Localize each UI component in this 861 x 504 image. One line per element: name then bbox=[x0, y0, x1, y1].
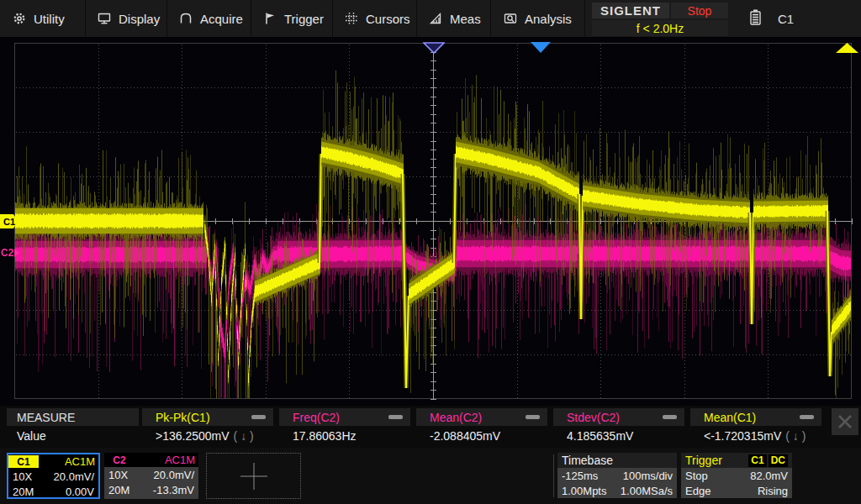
measurement-value-2: 17.86063Hz bbox=[279, 427, 410, 445]
display-icon bbox=[98, 12, 111, 26]
trigger-box[interactable]: Trigger C1 DC Stop 82.0mV Edge Rising bbox=[681, 453, 792, 499]
measurement-header-3[interactable]: Mean(C2) bbox=[416, 408, 547, 426]
measurement-label: Mean(C2) bbox=[430, 411, 482, 424]
channel2-coupling: AC1M bbox=[165, 454, 198, 466]
measurement-value-5: <-1.720315mV( ↓ ) bbox=[690, 427, 821, 445]
channel1-coupling: AC1M bbox=[65, 455, 98, 468]
measure-panel-title: MEASURE bbox=[7, 408, 139, 426]
measurement-header-1[interactable]: Pk-Pk(C1) bbox=[142, 408, 273, 426]
measurement-value-3: -2.088405mV bbox=[416, 427, 547, 445]
trigger-title: Trigger bbox=[685, 454, 722, 467]
trigger-delay-reference-marker[interactable] bbox=[423, 42, 445, 55]
menu-item-meas[interactable]: Meas bbox=[417, 0, 491, 37]
channel2-badge: C2 bbox=[104, 454, 135, 466]
oscilloscope-screen: UtilityDisplayAcquireTriggerCursorsMeasA… bbox=[0, 0, 861, 504]
measurement-label: Pk-Pk(C1) bbox=[156, 411, 210, 424]
measurement-panel: MEASURE Pk-Pk(C1)Freq(C2)Mean(C2)Stdev(C… bbox=[0, 406, 861, 448]
menu-item-label: Utility bbox=[34, 12, 65, 26]
timebase-box[interactable]: Timebase -125ms 100ms/div 1.00Mpts 1.00M… bbox=[557, 453, 677, 499]
remove-measurement-button[interactable] bbox=[800, 415, 814, 419]
remove-measurement-button[interactable] bbox=[526, 415, 540, 419]
menu-item-label: Meas bbox=[450, 12, 481, 26]
acquisition-status-badge[interactable]: Stop bbox=[671, 3, 728, 18]
status-group: SIGLENT Stop f < 2.0Hz bbox=[592, 3, 728, 36]
menu-item-label: Cursors bbox=[366, 12, 410, 26]
menu-item-utility[interactable]: Utility bbox=[0, 0, 86, 37]
measurement-value-text: 4.185635mV bbox=[567, 429, 633, 443]
timebase-title: Timebase bbox=[562, 454, 613, 467]
channel2-marker-arrow-icon bbox=[14, 249, 19, 257]
timebase-delay: -125ms bbox=[562, 470, 598, 482]
waveform-display[interactable] bbox=[0, 38, 861, 406]
menu-bar: UtilityDisplayAcquireTriggerCursorsMeasA… bbox=[0, 0, 861, 38]
channel2-position-marker[interactable]: C2 bbox=[1, 247, 19, 259]
timebase-points: 1.00Mpts bbox=[562, 485, 606, 497]
trigger-frequency-readout: f < 2.0Hz bbox=[592, 20, 728, 36]
measurement-header-5[interactable]: Mean(C1) bbox=[690, 408, 821, 426]
measurement-value-text: >136.2500mV bbox=[156, 429, 230, 443]
remove-measurement-button[interactable] bbox=[251, 415, 266, 419]
menu-item-label: Analysis bbox=[525, 12, 572, 26]
measurement-header-4[interactable]: Stdev(C2) bbox=[553, 408, 684, 426]
trigger-source-badge: C1 bbox=[748, 454, 766, 467]
trigger-slope: Rising bbox=[758, 485, 788, 497]
measurement-value-text: <-1.720315mV bbox=[704, 429, 781, 443]
menu-item-display[interactable]: Display bbox=[86, 0, 167, 37]
remove-measurement-button[interactable] bbox=[663, 415, 677, 419]
menu-item-label: Trigger bbox=[284, 12, 324, 26]
menu-item-cursors[interactable]: Cursors bbox=[333, 0, 417, 37]
status-bar: C1 AC1M 10X 20.0mV/ 20M 0.00V C2 AC1M 10… bbox=[0, 448, 861, 504]
trigger-type: Edge bbox=[685, 485, 710, 497]
measurement-label: Mean(C1) bbox=[704, 411, 756, 424]
channel1-scale: 20.0mV/ bbox=[54, 470, 94, 483]
channel1-offset: 0.00V bbox=[66, 486, 94, 498]
measurement-value-flag: ( ↓ ) bbox=[785, 429, 806, 443]
active-channel-label[interactable]: C1 bbox=[778, 12, 794, 26]
measurement-label: Freq(C2) bbox=[293, 411, 340, 424]
measure-value-row-label: Value bbox=[7, 427, 139, 445]
menu-item-trigger[interactable]: Trigger bbox=[251, 0, 333, 37]
measurement-value-1: >136.2500mV( ↓ ) bbox=[142, 427, 273, 445]
channel2-descriptor-box[interactable]: C2 AC1M 10X 20.0mV/ 20M -13.3mV bbox=[104, 453, 198, 499]
menu-item-label: Acquire bbox=[200, 12, 243, 26]
measurement-label: Stdev(C2) bbox=[567, 411, 620, 424]
measurement-value-text: -2.088405mV bbox=[430, 429, 500, 443]
battery-icon bbox=[750, 9, 761, 29]
channel2-probe: 10X bbox=[108, 469, 128, 481]
channel2-marker-label: C2 bbox=[1, 247, 13, 259]
close-measure-panel-button[interactable] bbox=[832, 408, 858, 435]
channel1-badge: C1 bbox=[8, 455, 39, 468]
close-icon bbox=[837, 413, 853, 430]
channel2-offset: -13.3mV bbox=[153, 484, 194, 496]
status-bar-divider bbox=[553, 454, 554, 497]
measure-icon bbox=[429, 12, 442, 26]
plus-crosshair-icon bbox=[239, 461, 269, 491]
timebase-scale: 100ms/div bbox=[623, 470, 673, 482]
trigger-level-marker[interactable] bbox=[836, 43, 858, 53]
trigger-coupling-badge: DC bbox=[769, 454, 788, 467]
gear-icon bbox=[12, 12, 26, 26]
brand-logo: SIGLENT bbox=[592, 3, 669, 18]
add-channel-placeholder[interactable] bbox=[206, 453, 301, 499]
analysis-icon bbox=[503, 12, 517, 26]
measurement-value-text: 17.86063Hz bbox=[293, 429, 357, 443]
trigger-status: Stop bbox=[685, 470, 708, 482]
acquire-icon bbox=[179, 12, 193, 26]
channel1-descriptor-box[interactable]: C1 AC1M 10X 20.0mV/ 20M 0.00V bbox=[7, 453, 100, 499]
channel2-scale: 20.0mV/ bbox=[154, 469, 194, 481]
channel1-probe: 10X bbox=[13, 470, 32, 483]
timebase-samplerate: 1.00MSa/s bbox=[621, 485, 673, 497]
flag-icon bbox=[263, 12, 277, 26]
channel1-bandwidth: 20M bbox=[13, 486, 34, 498]
cursors-icon bbox=[345, 12, 358, 26]
trigger-position-marker[interactable] bbox=[531, 42, 551, 54]
measurement-value-4: 4.185635mV bbox=[553, 427, 684, 445]
menu-item-label: Display bbox=[119, 12, 160, 26]
measurement-header-2[interactable]: Freq(C2) bbox=[279, 408, 410, 426]
channel2-bandwidth: 20M bbox=[108, 484, 129, 496]
remove-measurement-button[interactable] bbox=[388, 415, 403, 419]
menu-item-acquire[interactable]: Acquire bbox=[167, 0, 251, 37]
measurement-value-flag: ( ↓ ) bbox=[234, 429, 254, 443]
trigger-level: 82.0mV bbox=[750, 470, 788, 482]
menu-item-analysis[interactable]: Analysis bbox=[491, 0, 585, 37]
